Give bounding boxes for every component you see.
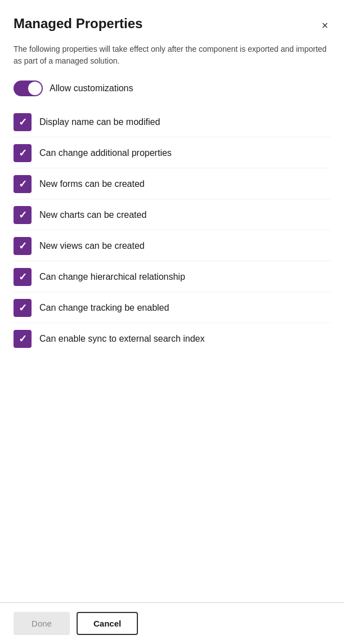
list-item: ✓ New forms can be created — [14, 169, 330, 199]
toggle-label: Allow customizations — [50, 83, 133, 93]
toggle-row: Allow customizations — [14, 80, 330, 96]
checkbox-label: Can change tracking be enabled — [39, 302, 169, 314]
checkmark-icon: ✓ — [19, 272, 27, 282]
checkbox-list: ✓ Display name can be modified ✓ Can cha… — [14, 108, 330, 354]
allow-customizations-toggle[interactable] — [14, 80, 43, 96]
checkmark-icon: ✓ — [19, 241, 27, 251]
managed-properties-dialog: Managed Properties × The following prope… — [0, 0, 344, 644]
checkbox-hierarchical[interactable]: ✓ — [14, 268, 32, 286]
checkbox-label: Display name can be modified — [39, 116, 160, 128]
checkmark-icon: ✓ — [19, 179, 27, 189]
checkbox-label: New forms can be created — [39, 178, 145, 190]
toggle-knob — [28, 82, 42, 95]
dialog-footer: Done Cancel — [0, 602, 344, 644]
dialog-header: Managed Properties × — [14, 16, 330, 34]
dialog-description: The following properties will take effec… — [14, 43, 330, 67]
checkbox-label: Can enable sync to external search index — [39, 333, 205, 345]
cancel-button[interactable]: Cancel — [77, 612, 138, 635]
list-item: ✓ Can change additional properties — [14, 138, 330, 168]
list-item: ✓ Can change tracking be enabled — [14, 293, 330, 323]
checkmark-icon: ✓ — [19, 210, 27, 220]
dialog-title: Managed Properties — [14, 16, 142, 32]
checkmark-icon: ✓ — [19, 334, 27, 344]
checkbox-display-name[interactable]: ✓ — [14, 113, 32, 131]
done-button[interactable]: Done — [14, 612, 70, 635]
checkbox-label: New views can be created — [39, 240, 145, 252]
checkbox-label: Can change additional properties — [39, 147, 172, 159]
checkbox-label: New charts can be created — [39, 209, 146, 221]
checkbox-additional-props[interactable]: ✓ — [14, 144, 32, 162]
checkbox-label: Can change hierarchical relationship — [39, 271, 185, 283]
checkbox-new-forms[interactable]: ✓ — [14, 175, 32, 193]
list-item: ✓ New charts can be created — [14, 200, 330, 230]
checkbox-sync-search[interactable]: ✓ — [14, 330, 32, 348]
checkmark-icon: ✓ — [19, 148, 27, 158]
list-item: ✓ Can change hierarchical relationship — [14, 262, 330, 292]
checkbox-new-charts[interactable]: ✓ — [14, 206, 32, 224]
list-item: ✓ Display name can be modified — [14, 108, 330, 137]
checkbox-new-views[interactable]: ✓ — [14, 237, 32, 255]
close-button[interactable]: × — [319, 17, 330, 34]
list-item: ✓ Can enable sync to external search ind… — [14, 324, 330, 354]
checkmark-icon: ✓ — [19, 117, 27, 127]
checkbox-tracking[interactable]: ✓ — [14, 299, 32, 317]
checkmark-icon: ✓ — [19, 303, 27, 313]
dialog-content: Managed Properties × The following prope… — [0, 0, 344, 602]
list-item: ✓ New views can be created — [14, 231, 330, 261]
